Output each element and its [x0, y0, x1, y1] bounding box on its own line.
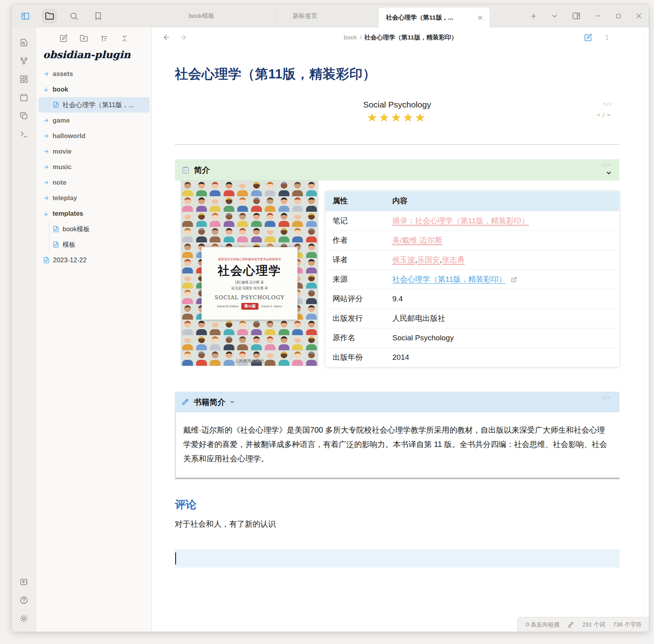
tab-new[interactable]: 新标签页 [249, 4, 361, 27]
summary-text[interactable]: 戴维·迈尔斯的《社会心理学》是美国700 多所大专院校社会心理学教学所采用的教材… [175, 412, 619, 479]
file-text-icon [53, 101, 59, 108]
text-cursor [175, 552, 176, 564]
file-text-icon [53, 226, 59, 232]
rating-stars[interactable]: ★★★★★ </> [175, 111, 619, 124]
table-row-original-title: 原作名 Social Psychology [325, 328, 619, 348]
edit-pencil-icon [584, 33, 592, 42]
maximize-icon [615, 13, 622, 20]
collapse-chevron-icon[interactable] [605, 170, 612, 176]
pencil-line-icon [568, 621, 574, 628]
table-row-publisher: 出版发行 人民邮电出版社 [325, 309, 619, 328]
close-window-button[interactable] [635, 12, 642, 20]
quick-switcher-button[interactable] [20, 38, 28, 47]
comments-heading[interactable]: 评论 [175, 498, 619, 512]
folder-assets[interactable]: assets [37, 66, 151, 82]
file-search-icon [20, 38, 28, 47]
folder-note[interactable]: note [37, 175, 151, 190]
comment-paragraph[interactable]: 对于社会和人，有了新的认识 [175, 519, 619, 529]
table-header-row: 属性 内容 [325, 191, 619, 211]
status-bar: 0 条反向链接 231 个词 736 个字符 [517, 617, 649, 632]
file-daily-note[interactable]: 2023-12-22 [37, 252, 151, 268]
arrow-right-icon [43, 195, 49, 201]
minimize-button[interactable] [594, 12, 601, 20]
file-tree: assets book 社会心理学（第11版，... game hallowor… [37, 66, 151, 268]
maximize-button[interactable] [615, 13, 622, 20]
terminal-button[interactable] [20, 130, 28, 139]
calendar-button[interactable] [20, 93, 28, 102]
more-options-button[interactable] [603, 34, 611, 41]
table-row-year: 出版年份 2014 [325, 348, 619, 367]
file-book-note[interactable]: 社会心理学（第11版，... [38, 97, 150, 113]
sort-order-button[interactable] [100, 34, 108, 43]
calendar-icon [20, 93, 28, 102]
translator-link[interactable]: 张志勇 [442, 256, 465, 264]
folder-music[interactable]: music [37, 159, 151, 175]
close-icon [635, 12, 642, 20]
tab-active-book-note[interactable]: 社会心理学（第11版，... [379, 8, 490, 28]
tab-book-template[interactable]: book模板 [146, 4, 257, 27]
new-folder-button[interactable] [80, 34, 88, 43]
toggle-left-sidebar-button[interactable] [18, 9, 33, 23]
edit-block-button[interactable]: </> [603, 101, 612, 107]
folder-halloworld[interactable]: halloworld [37, 128, 151, 144]
external-link-icon[interactable] [511, 277, 517, 283]
breadcrumb-note-title[interactable]: 社会心理学（第11版，精装彩印） [364, 33, 457, 42]
file-text-icon [53, 241, 59, 248]
folder-book[interactable]: book [37, 82, 151, 97]
collapse-chevron-icon[interactable] [229, 399, 235, 405]
close-icon [477, 15, 483, 21]
graph-icon [20, 57, 28, 65]
graph-view-button[interactable] [20, 57, 28, 65]
new-note-button[interactable] [59, 34, 68, 43]
sort-icon [100, 34, 108, 43]
active-editor-line[interactable] [175, 549, 619, 568]
new-tab-button[interactable] [530, 12, 537, 20]
summary-callout-header[interactable]: 书籍简介 </> [175, 392, 619, 412]
edit-block-button[interactable]: </> [602, 162, 611, 168]
file-template[interactable]: 模板 [37, 237, 151, 252]
column-header-key: 属性 [325, 191, 385, 211]
files-tab-button[interactable] [42, 9, 57, 23]
translator-link[interactable]: 侯玉波 [392, 256, 415, 264]
toggle-edit-mode-button[interactable] [584, 33, 592, 42]
vault-switcher-button[interactable] [20, 578, 28, 586]
bookmarks-tab-button[interactable] [91, 9, 106, 23]
note-excerpt-link[interactable]: 摘录：社会心理学（第11版，精装彩印） [392, 217, 529, 225]
canvas-button[interactable] [20, 75, 28, 84]
table-row-note: 笔记 摘录：社会心理学（第11版，精装彩印） [325, 211, 619, 231]
arrow-down-icon [43, 211, 49, 217]
tab-close-button[interactable] [476, 13, 485, 22]
folder-templates[interactable]: templates [37, 206, 151, 221]
source-external-link[interactable]: 社会心理学（第11版，精装彩印） [392, 275, 506, 283]
folder-movie[interactable]: movie [37, 144, 151, 159]
bookmark-icon [94, 12, 103, 21]
intro-callout-label: 简介 [194, 165, 210, 176]
edit-block-button[interactable]: </> [602, 395, 611, 400]
vault-title[interactable]: obsidian-plugin [43, 49, 151, 60]
tab-list-button[interactable] [551, 12, 558, 20]
help-button[interactable] [20, 596, 28, 605]
file-text-icon [43, 257, 50, 263]
new-folder-icon [80, 34, 88, 43]
toggle-right-sidebar-button[interactable] [572, 12, 581, 20]
folder-teleplay[interactable]: teleplay [37, 190, 151, 206]
panel-right-icon [572, 12, 581, 20]
table-row-source: 来源 社会心理学（第11版，精装彩印） [325, 270, 619, 289]
translator-link[interactable]: 乐国安 [417, 256, 440, 264]
note-title-heading[interactable]: 社会心理学（第11版，精装彩印） [175, 65, 619, 83]
folder-game[interactable]: game [37, 113, 151, 128]
templates-button[interactable] [20, 111, 28, 120]
english-title-line[interactable]: Social Psychology </> [175, 100, 619, 109]
collapse-all-button[interactable] [120, 34, 129, 43]
breadcrumb-folder[interactable]: book [344, 34, 357, 41]
char-count: 736 个字符 [613, 621, 642, 628]
file-book-template[interactable]: book模板 [37, 221, 151, 237]
search-tab-button[interactable] [67, 9, 81, 23]
edit-block-button[interactable]: </> [597, 112, 612, 118]
left-ribbon [12, 28, 36, 632]
backlinks-count[interactable]: 0 条反向链接 [526, 621, 560, 628]
summary-callout-label: 书籍简介 [194, 397, 225, 408]
settings-button[interactable] [20, 614, 28, 623]
author-link[interactable]: 美/戴维·迈尔斯 [392, 236, 443, 244]
intro-callout-header[interactable]: 简介 </> [175, 159, 619, 181]
